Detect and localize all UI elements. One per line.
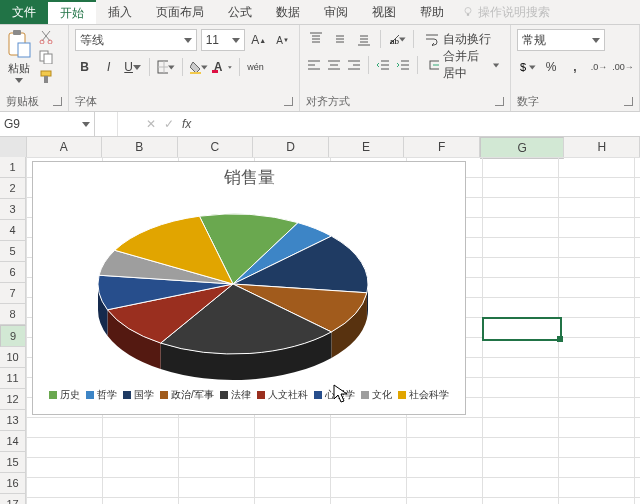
row-header-10[interactable]: 10 bbox=[0, 347, 26, 368]
chart-title[interactable]: 销售量 bbox=[33, 166, 465, 189]
chevron-down-icon bbox=[82, 122, 90, 127]
fill-color-button[interactable] bbox=[189, 57, 209, 77]
row-header-11[interactable]: 11 bbox=[0, 368, 26, 389]
row-header-17[interactable]: 17 bbox=[0, 494, 26, 504]
align-right-button[interactable] bbox=[346, 55, 362, 75]
legend-item[interactable]: 心理学 bbox=[314, 388, 355, 402]
svg-rect-3 bbox=[13, 30, 21, 35]
name-box[interactable]: G9 bbox=[0, 112, 95, 136]
select-all-corner[interactable] bbox=[0, 137, 27, 157]
tab-help[interactable]: 帮助 bbox=[408, 0, 456, 24]
svg-rect-8 bbox=[44, 54, 52, 64]
tab-insert[interactable]: 插入 bbox=[96, 0, 144, 24]
copy-button[interactable] bbox=[38, 49, 54, 65]
active-cell[interactable] bbox=[482, 317, 562, 341]
legend-item[interactable]: 国学 bbox=[123, 388, 154, 402]
legend-swatch-icon bbox=[314, 391, 322, 399]
decrease-decimal-button[interactable]: .00→ bbox=[613, 57, 633, 77]
col-header-F[interactable]: F bbox=[404, 137, 480, 157]
tab-view[interactable]: 视图 bbox=[360, 0, 408, 24]
row-header-1[interactable]: 1 bbox=[0, 157, 26, 178]
align-center-button[interactable] bbox=[326, 55, 342, 75]
row-header-6[interactable]: 6 bbox=[0, 262, 26, 283]
tab-formulas[interactable]: 公式 bbox=[216, 0, 264, 24]
row-header-12[interactable]: 12 bbox=[0, 389, 26, 410]
align-left-button[interactable] bbox=[306, 55, 322, 75]
row-header-15[interactable]: 15 bbox=[0, 452, 26, 473]
accounting-format-button[interactable]: $ bbox=[517, 57, 537, 77]
wrap-text-button[interactable]: 自动换行 bbox=[420, 29, 496, 49]
row-header-7[interactable]: 7 bbox=[0, 283, 26, 304]
fill-handle[interactable] bbox=[557, 336, 563, 342]
legend-item[interactable]: 社会科学 bbox=[398, 388, 449, 402]
cut-button[interactable] bbox=[38, 29, 54, 45]
legend-item[interactable]: 人文社科 bbox=[257, 388, 308, 402]
cancel-icon[interactable]: ✕ bbox=[146, 117, 156, 131]
legend-item[interactable]: 法律 bbox=[220, 388, 251, 402]
comma-format-button[interactable]: , bbox=[565, 57, 585, 77]
orientation-button[interactable]: ab bbox=[387, 29, 407, 49]
row-header-14[interactable]: 14 bbox=[0, 431, 26, 452]
dialog-launcher-icon[interactable] bbox=[53, 97, 62, 106]
tell-me[interactable]: 操作说明搜索 bbox=[462, 0, 550, 24]
chevron-down-icon bbox=[493, 63, 499, 68]
align-middle-button[interactable] bbox=[330, 29, 350, 49]
col-header-B[interactable]: B bbox=[102, 137, 178, 157]
tab-page-layout[interactable]: 页面布局 bbox=[144, 0, 216, 24]
row-header-16[interactable]: 16 bbox=[0, 473, 26, 494]
decrease-indent-button[interactable] bbox=[375, 55, 391, 75]
increase-indent-button[interactable] bbox=[395, 55, 411, 75]
tab-file[interactable]: 文件 bbox=[0, 0, 48, 24]
align-bottom-button[interactable] bbox=[354, 29, 374, 49]
svg-text:$: $ bbox=[520, 61, 526, 73]
enter-icon[interactable]: ✓ bbox=[164, 117, 174, 131]
number-format-select[interactable]: 常规 bbox=[517, 29, 605, 51]
underline-button[interactable]: U bbox=[123, 57, 143, 77]
row-header-3[interactable]: 3 bbox=[0, 199, 26, 220]
decrease-font-button[interactable]: A▼ bbox=[273, 30, 293, 50]
row-header-2[interactable]: 2 bbox=[0, 178, 26, 199]
row-header-8[interactable]: 8 bbox=[0, 304, 26, 325]
increase-font-button[interactable]: A▲ bbox=[249, 30, 269, 50]
legend-item[interactable]: 政治/军事 bbox=[160, 388, 214, 402]
tab-review[interactable]: 审阅 bbox=[312, 0, 360, 24]
paste-button[interactable]: 粘贴 bbox=[6, 29, 32, 83]
dialog-launcher-icon[interactable] bbox=[495, 97, 504, 106]
font-size-value: 11 bbox=[206, 33, 219, 47]
phonetic-button[interactable]: wén bbox=[246, 57, 266, 77]
dialog-launcher-icon[interactable] bbox=[624, 97, 633, 106]
bold-button[interactable]: B bbox=[75, 57, 95, 77]
row-header-5[interactable]: 5 bbox=[0, 241, 26, 262]
row-header-4[interactable]: 4 bbox=[0, 220, 26, 241]
legend-item[interactable]: 哲学 bbox=[86, 388, 117, 402]
dialog-launcher-icon[interactable] bbox=[284, 97, 293, 106]
col-header-A[interactable]: A bbox=[27, 137, 103, 157]
fx-icon[interactable]: fx bbox=[182, 117, 191, 131]
tab-home[interactable]: 开始 bbox=[48, 0, 96, 24]
merge-center-button[interactable]: 合并后居中 bbox=[424, 55, 504, 75]
percent-format-button[interactable]: % bbox=[541, 57, 561, 77]
col-header-C[interactable]: C bbox=[178, 137, 254, 157]
col-header-G[interactable]: G bbox=[480, 137, 565, 159]
col-header-D[interactable]: D bbox=[253, 137, 329, 157]
italic-button[interactable]: I bbox=[99, 57, 119, 77]
font-size-select[interactable]: 11 bbox=[201, 29, 245, 51]
borders-button[interactable] bbox=[156, 57, 176, 77]
font-color-button[interactable]: A bbox=[213, 57, 233, 77]
worksheet-grid[interactable]: ABCDEFGH 1234567891011121314151617 销售量 历… bbox=[0, 137, 640, 504]
row-header-9[interactable]: 9 bbox=[0, 325, 26, 347]
formula-input[interactable] bbox=[197, 112, 640, 136]
row-header-13[interactable]: 13 bbox=[0, 410, 26, 431]
legend-swatch-icon bbox=[49, 391, 57, 399]
increase-decimal-button[interactable]: .0→ bbox=[589, 57, 609, 77]
col-header-H[interactable]: H bbox=[564, 137, 640, 157]
format-painter-button[interactable] bbox=[38, 69, 54, 85]
embedded-chart[interactable]: 销售量 历史哲学国学政治/军事法律人文社科心理学文化社会科学 bbox=[32, 161, 466, 415]
legend-item[interactable]: 文化 bbox=[361, 388, 392, 402]
font-name-select[interactable]: 等线 bbox=[75, 29, 197, 51]
legend-item[interactable]: 历史 bbox=[49, 388, 80, 402]
tab-data[interactable]: 数据 bbox=[264, 0, 312, 24]
align-top-button[interactable] bbox=[306, 29, 326, 49]
chevron-down-icon bbox=[184, 38, 192, 43]
col-header-E[interactable]: E bbox=[329, 137, 405, 157]
